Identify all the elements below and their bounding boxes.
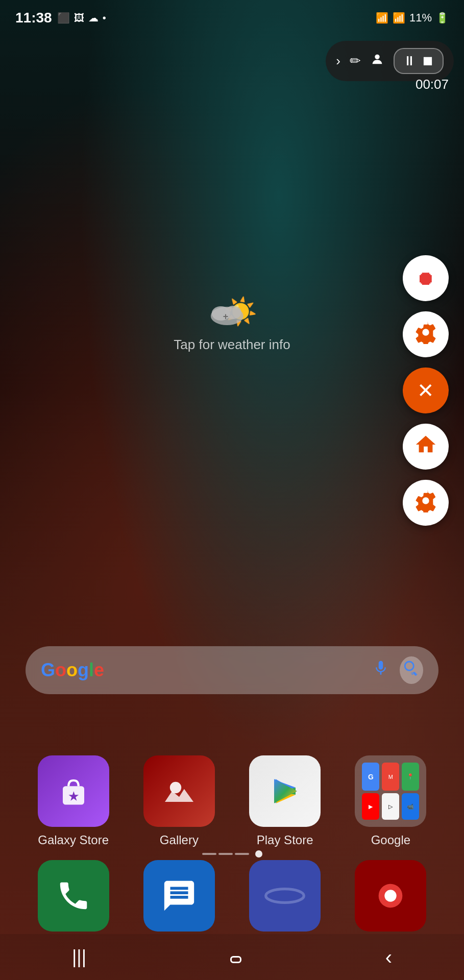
cloud-icon: + bbox=[206, 298, 247, 332]
nav-bar: ||| ‹ bbox=[0, 934, 464, 980]
messages-icon bbox=[143, 860, 215, 932]
svg-text:★: ★ bbox=[68, 790, 79, 803]
indicator-active-dot bbox=[255, 850, 262, 857]
svg-text:+: + bbox=[223, 311, 228, 322]
galaxy-store-app[interactable]: ★ Galaxy Store bbox=[26, 755, 121, 847]
indicator-line-1 bbox=[202, 853, 216, 855]
dock-grid bbox=[26, 860, 438, 932]
camera-icon bbox=[414, 321, 437, 349]
weather-text: Tap for weather info bbox=[174, 337, 290, 353]
image-icon: 🖼 bbox=[74, 12, 84, 24]
gallery-label: Gallery bbox=[160, 833, 199, 847]
weather-icon-container: ☀️ + bbox=[206, 296, 257, 332]
lens-icon[interactable] bbox=[400, 656, 423, 684]
home-fab[interactable] bbox=[403, 424, 449, 470]
settings-fab[interactable] bbox=[403, 480, 449, 526]
status-icons: ⬛ 🖼 ☁ • bbox=[57, 12, 106, 24]
pause-icon: ⏸ bbox=[403, 53, 416, 69]
screenshot-icon: ⬛ bbox=[57, 12, 70, 24]
stop-icon: ⏹ bbox=[421, 53, 434, 69]
status-time: 11:38 bbox=[15, 10, 52, 26]
signal-icon: 📶 bbox=[393, 12, 405, 24]
indicator-line-2 bbox=[218, 853, 233, 855]
messages-app[interactable] bbox=[131, 860, 227, 932]
home-nav-icon bbox=[230, 956, 241, 963]
home-icon bbox=[414, 433, 437, 461]
phone-icon bbox=[38, 860, 109, 932]
search-bar[interactable]: Google bbox=[26, 646, 438, 694]
galaxy-store-label: Galaxy Store bbox=[38, 833, 109, 847]
play-store-app[interactable]: Play Store bbox=[237, 755, 333, 847]
home-button[interactable] bbox=[215, 941, 257, 973]
browser-icon bbox=[249, 860, 321, 932]
settings-icon bbox=[414, 489, 437, 517]
record-icon: ⏺ bbox=[416, 267, 435, 289]
close-fab[interactable]: ✕ bbox=[403, 368, 449, 413]
google-label: Google bbox=[371, 833, 410, 847]
play-store-icon bbox=[249, 755, 321, 827]
battery-level: 11% bbox=[409, 11, 432, 24]
phone-app[interactable] bbox=[26, 860, 121, 932]
status-right: 📶 📶 11% 🔋 bbox=[376, 11, 449, 24]
recording-toolbar: › ✏ ⏸ ⏹ bbox=[326, 41, 454, 81]
play-store-label: Play Store bbox=[257, 833, 313, 847]
fab-container: ⏺ ✕ bbox=[403, 255, 449, 526]
google-folder-icon: G M 📍 ▶ ▷ 📹 bbox=[355, 755, 426, 827]
svg-point-0 bbox=[375, 55, 379, 59]
svg-marker-13 bbox=[274, 779, 297, 803]
svg-point-14 bbox=[273, 884, 297, 908]
gallery-icon bbox=[143, 755, 215, 827]
recent-apps-button[interactable]: ||| bbox=[57, 941, 102, 973]
arrow-icon[interactable]: › bbox=[336, 53, 340, 69]
screenrecord-icon bbox=[355, 860, 426, 932]
record-fab[interactable]: ⏺ bbox=[403, 255, 449, 301]
notification-dot: • bbox=[103, 12, 106, 24]
cloud-icon: ☁ bbox=[88, 12, 99, 24]
profile-icon[interactable] bbox=[370, 52, 384, 70]
battery-icon: 🔋 bbox=[436, 12, 449, 24]
status-right-icons: 📶 📶 11% 🔋 bbox=[376, 11, 449, 24]
svg-point-7 bbox=[170, 782, 181, 793]
recording-timer: 00:07 bbox=[416, 77, 449, 92]
back-button[interactable]: ‹ bbox=[370, 941, 407, 974]
app-grid: ★ Galaxy Store Gallery bbox=[26, 755, 438, 847]
camera-fab[interactable] bbox=[403, 311, 449, 357]
indicator-line-3 bbox=[235, 853, 249, 855]
microphone-icon[interactable] bbox=[372, 659, 389, 681]
status-left: 11:38 ⬛ 🖼 ☁ • bbox=[15, 10, 106, 26]
recent-apps-icon: ||| bbox=[72, 946, 86, 967]
search-bar-container: Google bbox=[26, 646, 438, 694]
google-logo: Google bbox=[41, 659, 104, 681]
toolbar-controls: ⏸ ⏹ bbox=[394, 48, 444, 74]
screenrecord-app[interactable] bbox=[343, 860, 438, 932]
svg-point-17 bbox=[385, 890, 397, 901]
back-icon: ‹ bbox=[385, 946, 392, 968]
close-icon: ✕ bbox=[417, 379, 434, 402]
google-folder-app[interactable]: G M 📍 ▶ ▷ 📹 Google bbox=[343, 755, 438, 847]
indicator-lines bbox=[202, 853, 249, 855]
gallery-app[interactable]: Gallery bbox=[131, 755, 227, 847]
weather-widget[interactable]: ☀️ + Tap for weather info bbox=[174, 296, 290, 353]
wifi-icon: 📶 bbox=[376, 12, 388, 24]
galaxy-store-icon: ★ bbox=[38, 755, 109, 827]
pause-button[interactable]: ⏸ ⏹ bbox=[394, 48, 444, 74]
edit-icon[interactable]: ✏ bbox=[350, 53, 361, 69]
page-indicators bbox=[202, 850, 262, 857]
browser-app[interactable] bbox=[237, 860, 333, 932]
status-bar: 11:38 ⬛ 🖼 ☁ • 📶 📶 11% 🔋 bbox=[0, 0, 464, 36]
